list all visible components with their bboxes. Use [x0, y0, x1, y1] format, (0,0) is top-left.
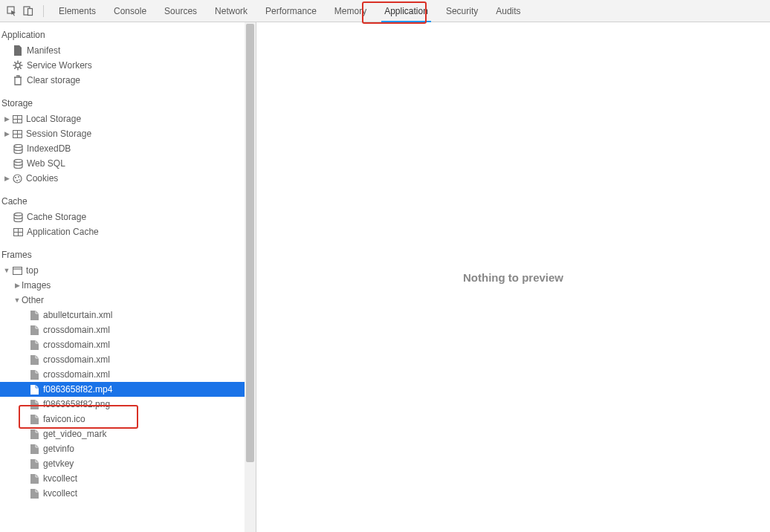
svg-rect-35 [13, 267, 22, 274]
table-icon [11, 128, 23, 140]
file-icon [28, 339, 40, 351]
svg-rect-2 [28, 8, 33, 15]
caret-right-icon: ▶ [13, 282, 21, 289]
item-label: Service Workers [27, 60, 92, 71]
file-label: crossdomain.xml [43, 354, 110, 365]
file-icon [28, 443, 40, 455]
item-local-storage[interactable]: ▶ Local Storage [0, 111, 245, 126]
file-label: crossdomain.xml [43, 340, 110, 350]
svg-rect-18 [13, 131, 17, 134]
file-icon [28, 398, 40, 410]
tab-console[interactable]: Console [105, 0, 155, 22]
item-cache-storage[interactable]: Cache Storage [0, 210, 245, 224]
devtools-tabbar: Elements Console Sources Network Perform… [0, 0, 770, 22]
file-item[interactable]: f0863658f82.png [0, 397, 245, 412]
file-item[interactable]: crossdomain.xml [0, 337, 245, 352]
svg-point-27 [16, 180, 18, 181]
file-icon [28, 369, 40, 380]
table-icon [11, 113, 23, 125]
item-label: Cache Storage [27, 212, 86, 222]
caret-down-icon: ▼ [13, 296, 21, 304]
file-item-selected[interactable]: f0863658f82.mp4 [0, 382, 245, 397]
file-item[interactable]: get_video_mark [0, 426, 245, 441]
svg-rect-33 [14, 233, 18, 236]
gear-icon [12, 59, 24, 71]
svg-point-26 [18, 176, 19, 178]
sidebar-scroll[interactable]: Application Manifest Service Workers Cle… [0, 22, 245, 532]
svg-rect-34 [19, 233, 22, 236]
svg-rect-20 [13, 134, 17, 137]
caret-right-icon: ▶ [3, 130, 10, 137]
section-storage: Storage [0, 95, 245, 111]
sidebar-scrollbar[interactable] [245, 22, 256, 532]
file-label: get_video_mark [43, 429, 106, 439]
file-item[interactable]: favicon.ico [0, 412, 245, 426]
tab-performance[interactable]: Performance [256, 0, 326, 22]
file-label: crossdomain.xml [43, 369, 110, 380]
svg-line-10 [20, 62, 22, 63]
file-icon [28, 428, 40, 440]
database-icon [12, 211, 24, 223]
section-application: Application [0, 27, 245, 43]
item-label: Local Storage [26, 114, 81, 124]
svg-rect-21 [18, 134, 22, 137]
item-session-storage[interactable]: ▶ Session Storage [0, 126, 245, 141]
file-item[interactable]: getvinfo [0, 441, 245, 456]
document-icon [12, 45, 24, 56]
item-clear-storage[interactable]: Clear storage [0, 73, 245, 88]
section-cache: Cache [0, 193, 245, 210]
svg-rect-32 [19, 229, 22, 232]
svg-line-9 [20, 68, 22, 69]
frame-top[interactable]: ▼ top [0, 263, 245, 278]
folder-other[interactable]: ▼ Other [0, 293, 245, 308]
tab-memory[interactable]: Memory [326, 0, 375, 22]
file-item[interactable]: abulletcurtain.xml [0, 308, 245, 322]
file-label: crossdomain.xml [43, 325, 110, 335]
table-icon [12, 226, 24, 238]
database-icon [12, 143, 24, 155]
svg-line-11 [14, 68, 16, 69]
file-icon [28, 324, 40, 336]
item-service-workers[interactable]: Service Workers [0, 58, 245, 73]
svg-point-24 [13, 175, 22, 183]
tab-elements[interactable]: Elements [50, 0, 105, 22]
item-indexeddb[interactable]: IndexedDB [0, 141, 245, 156]
tab-audits[interactable]: Audits [487, 0, 529, 22]
item-application-cache[interactable]: Application Cache [0, 224, 245, 239]
folder-images[interactable]: ▶ Images [0, 278, 245, 293]
item-label: Manifest [27, 45, 60, 56]
inspect-icon[interactable] [4, 4, 19, 19]
item-cookies[interactable]: ▶ Cookies [0, 171, 245, 186]
main-panel: Application Manifest Service Workers Cle… [0, 22, 770, 532]
file-item[interactable]: getvkey [0, 456, 245, 471]
tabbar-divider [43, 5, 44, 17]
tab-sources[interactable]: Sources [155, 0, 206, 22]
item-websql[interactable]: Web SQL [0, 156, 245, 171]
svg-point-28 [19, 179, 20, 181]
file-item[interactable]: kvcollect [0, 486, 245, 501]
cookie-icon [11, 172, 23, 184]
file-label: kvcollect [43, 473, 77, 484]
file-icon [28, 383, 40, 395]
frame-icon [11, 265, 23, 276]
device-icon[interactable] [21, 4, 36, 19]
item-label: IndexedDB [27, 143, 71, 154]
file-item[interactable]: crossdomain.xml [0, 367, 245, 382]
file-icon [28, 354, 40, 366]
item-manifest[interactable]: Manifest [0, 43, 245, 58]
scrollbar-thumb[interactable] [246, 24, 254, 462]
caret-right-icon: ▶ [3, 175, 10, 182]
tab-security[interactable]: Security [437, 0, 487, 22]
svg-point-3 [16, 63, 20, 68]
file-item[interactable]: crossdomain.xml [0, 352, 245, 367]
trash-icon [12, 74, 24, 86]
svg-point-22 [14, 144, 22, 147]
svg-rect-13 [13, 116, 17, 119]
tab-network[interactable]: Network [206, 0, 256, 22]
svg-point-29 [14, 213, 22, 215]
file-item[interactable]: crossdomain.xml [0, 322, 245, 337]
file-label: f0863658f82.mp4 [43, 384, 112, 395]
tab-application[interactable]: Application [375, 0, 437, 22]
caret-down-icon: ▼ [3, 267, 10, 274]
file-item[interactable]: kvcollect [0, 471, 245, 486]
